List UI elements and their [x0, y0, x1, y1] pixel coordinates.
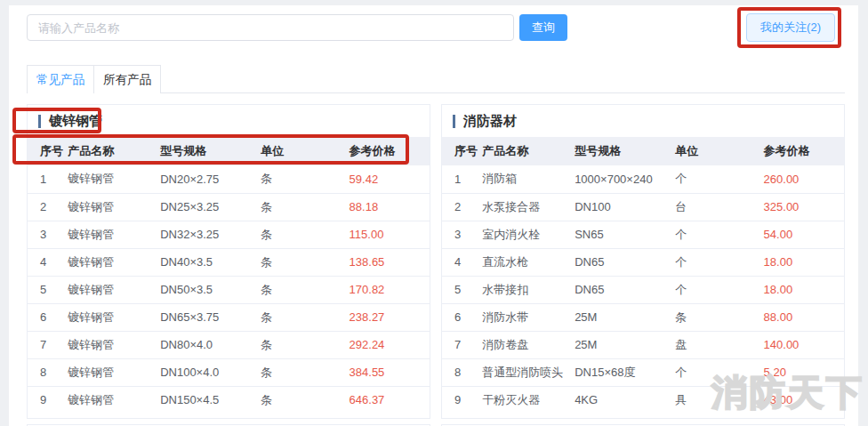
- cell-spec: DN40×3.5: [160, 248, 261, 276]
- col-header-price: 参考价格: [350, 137, 430, 165]
- cell-price: 170.82: [350, 276, 430, 303]
- cell-price: 88.18: [350, 193, 430, 221]
- cell-product-name: 消防箱: [482, 165, 575, 193]
- col-header-index: 序号: [28, 137, 68, 165]
- cell-price: 292.24: [350, 331, 430, 358]
- cell-spec: DN65: [575, 276, 675, 303]
- table-row: 5镀锌钢管DN50×3.5条170.82: [28, 276, 430, 303]
- cell-index: 4: [442, 248, 482, 276]
- page: 查询 我的关注(2) 常见产品 所有产品 镀锌钢管 序号 产品名称 型号规格: [9, 5, 858, 426]
- cell-price: 384.55: [350, 358, 430, 386]
- col-header-spec: 型号规格: [575, 137, 675, 165]
- cell-price: 88.00: [764, 303, 844, 331]
- table-row: 4直流水枪DN65个18.00: [442, 248, 844, 276]
- cell-spec: 25M: [575, 331, 675, 358]
- table-row: 9镀锌钢管DN150×4.5条646.37: [28, 386, 430, 414]
- cell-spec: DN100: [575, 193, 675, 221]
- col-header-unit: 单位: [675, 137, 763, 165]
- tab-all-products[interactable]: 所有产品: [94, 65, 161, 93]
- cell-unit: 条: [261, 193, 349, 221]
- cell-unit: 个: [675, 276, 763, 303]
- table-row: 3镀锌钢管DN32×3.25条115.00: [28, 221, 430, 248]
- cell-index: 8: [28, 358, 68, 386]
- cell-product-name: 水带接扣: [482, 276, 575, 303]
- cell-unit: 条: [261, 221, 349, 248]
- table-row: 2水泵接合器DN100台325.00: [442, 193, 844, 221]
- card-title: 镀锌钢管: [49, 113, 102, 130]
- cell-price: 115.00: [350, 221, 430, 248]
- cell-unit: 台: [675, 193, 763, 221]
- top-search-bar: 查询 我的关注(2): [9, 5, 858, 42]
- cell-spec: 25M: [575, 303, 675, 331]
- tab-bar: 常见产品 所有产品: [27, 65, 845, 93]
- price-table: 序号 产品名称 型号规格 单位 参考价格 1镀锌钢管DN20×2.75条59.4…: [28, 137, 430, 414]
- cell-index: 9: [28, 386, 68, 414]
- table-row: 5水带接扣DN65个18.00: [442, 276, 844, 303]
- cell-spec: DN80×4.0: [160, 331, 261, 358]
- cell-unit: 条: [261, 386, 349, 414]
- cell-unit: 条: [261, 358, 349, 386]
- cell-unit: 条: [261, 303, 349, 331]
- cell-price: 325.00: [764, 193, 844, 221]
- cell-product-name: 消防水带: [482, 303, 575, 331]
- cell-unit: 条: [261, 248, 349, 276]
- col-header-unit: 单位: [261, 137, 349, 165]
- table-row: 8镀锌钢管DN100×4.0条384.55: [28, 358, 430, 386]
- cell-product-name: 镀锌钢管: [68, 276, 160, 303]
- col-header-spec: 型号规格: [160, 137, 261, 165]
- cell-spec: DN25×3.25: [160, 193, 261, 221]
- cell-index: 5: [442, 276, 482, 303]
- cell-product-name: 普通型消防喷头: [482, 358, 575, 386]
- cell-unit: 个: [675, 248, 763, 276]
- table-row: 7镀锌钢管DN80×4.0条292.24: [28, 331, 430, 358]
- cell-product-name: 镀锌钢管: [68, 165, 160, 193]
- card-title: 消防器材: [463, 113, 517, 130]
- cell-index: 7: [442, 331, 482, 358]
- my-follows-button[interactable]: 我的关注(2): [746, 13, 835, 42]
- title-accent-bar: [38, 115, 41, 128]
- cell-index: 6: [442, 303, 482, 331]
- cell-index: 5: [28, 276, 68, 303]
- cell-index: 2: [28, 193, 68, 221]
- cell-spec: DN100×4.0: [160, 358, 261, 386]
- search-input[interactable]: [27, 14, 514, 41]
- query-button[interactable]: 查询: [519, 14, 567, 41]
- cell-spec: DN65×3.75: [160, 303, 261, 331]
- tab-common-products[interactable]: 常见产品: [27, 65, 94, 93]
- table-row: 1镀锌钢管DN20×2.75条59.42: [28, 165, 430, 193]
- cell-unit: 盘: [675, 331, 763, 358]
- cell-spec: 4KG: [575, 386, 675, 414]
- cell-spec: DN32×3.25: [160, 221, 261, 248]
- cell-index: 7: [28, 331, 68, 358]
- cell-price: 260.00: [764, 165, 844, 193]
- cell-spec: DN15×68度: [575, 358, 675, 386]
- cell-index: 3: [28, 221, 68, 248]
- cell-unit: 具: [675, 386, 763, 414]
- table-row: 9干粉灭火器4KG具43.00: [442, 386, 844, 414]
- cell-product-name: 镀锌钢管: [68, 248, 160, 276]
- cell-spec: DN20×2.75: [160, 165, 261, 193]
- cell-price: 54.00: [764, 221, 844, 248]
- cell-product-name: 室内消火栓: [482, 221, 575, 248]
- cell-spec: DN50×3.5: [160, 276, 261, 303]
- cell-unit: 条: [261, 276, 349, 303]
- cell-unit: 条: [261, 331, 349, 358]
- table-row: 6镀锌钢管DN65×3.75条238.27: [28, 303, 430, 331]
- table-row: 1消防箱1000×700×240个260.00: [442, 165, 844, 193]
- cell-price: 138.65: [350, 248, 430, 276]
- table-row: 4镀锌钢管DN40×3.5条138.65: [28, 248, 430, 276]
- col-header-product-name: 产品名称: [482, 137, 575, 165]
- cell-price: 59.42: [350, 165, 430, 193]
- cell-price: 140.00: [764, 331, 844, 358]
- cell-spec: DN65: [575, 248, 675, 276]
- cell-product-name: 镀锌钢管: [68, 358, 160, 386]
- cell-price: 18.00: [764, 248, 844, 276]
- cell-product-name: 镀锌钢管: [68, 386, 160, 414]
- cell-product-name: 镀锌钢管: [68, 303, 160, 331]
- cell-index: 8: [442, 358, 482, 386]
- col-header-product-name: 产品名称: [68, 137, 160, 165]
- cell-product-name: 消防卷盘: [482, 331, 575, 358]
- cell-product-name: 镀锌钢管: [68, 193, 160, 221]
- cell-index: 2: [442, 193, 482, 221]
- product-table-card-fire-equipment: 消防器材 序号 产品名称 型号规格 单位 参考价格 1消防箱1000×700×2…: [441, 104, 845, 419]
